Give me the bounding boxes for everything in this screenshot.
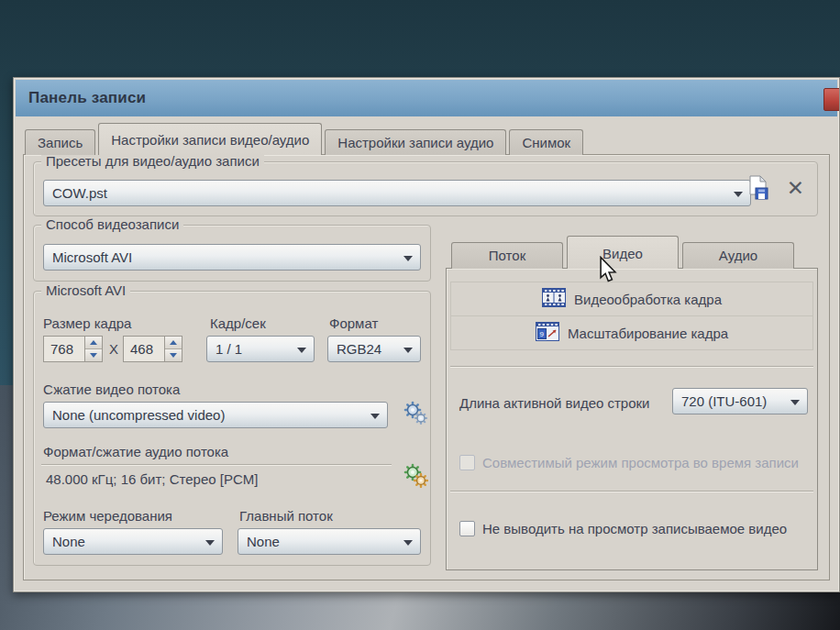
gears-icon[interactable] [403,400,428,429]
right-tab-strip: Поток Видео Аудио [451,234,798,269]
no-preview-checkbox-row: Не выводить на просмотр записываемое вид… [459,521,808,536]
film-scale-icon: 9 [536,322,559,344]
tab-page-content: Пресеты для видео/аудио записи COW.pst ✕… [23,154,830,580]
frame-processing-button-label: Видеообработка кадра [574,292,722,307]
main-stream-label: Главный поток [239,508,333,524]
video-method-group-label: Способ видеозаписи [41,216,183,232]
tab-video-audio-settings[interactable]: Настройки записи видео/аудио [98,123,322,155]
frame-width-field[interactable]: 768 [43,336,85,362]
video-method-group: Способ видеозаписи Microsoft AVI [33,225,431,282]
main-stream-combobox-value: None [247,534,280,549]
spin-down-icon[interactable] [85,349,102,361]
frame-size-label: Размер кадра [43,315,131,331]
frame-height-spin-buttons[interactable] [165,336,182,362]
video-compression-combobox-value: None (uncompressed video) [52,407,225,423]
main-stream-combobox[interactable]: None [238,528,421,555]
tab-audio-settings[interactable]: Настройки записи аудио [325,129,506,155]
frame-scaling-button[interactable]: 9 Масштабирование кадра [450,315,813,350]
presets-group: Пресеты для видео/аудио записи COW.pst ✕ [33,161,818,216]
compatible-preview-checkbox-row: Совместимый режим просмотра во время зап… [459,455,808,470]
line-length-combobox[interactable]: 720 (ITU-601) [672,388,808,414]
frame-processing-button[interactable]: Видеообработка кадра [450,282,813,316]
close-icon[interactable] [823,88,840,111]
interleave-combobox[interactable]: None [43,528,223,555]
frame-scaling-button-label: Масштабирование кадра [568,326,728,341]
frame-width-spin-buttons[interactable] [85,336,103,362]
no-preview-checkbox-label: Не выводить на просмотр записываемое вид… [482,521,787,536]
checkbox-divider [450,491,813,492]
fps-label: Кадр/сек [210,315,266,331]
delete-x-icon[interactable]: ✕ [787,178,804,199]
panel-divider [450,366,813,368]
presets-group-label: Пресеты для видео/аудио записи [41,153,264,169]
video-tab-page: Видеообработка кадра 9 [446,268,818,570]
tab-snapshot[interactable]: Снимок [509,129,583,155]
titlebar[interactable]: Панель записи [16,80,837,116]
svg-text:9: 9 [539,330,544,338]
frame-height-stepper[interactable]: 468 [123,336,182,362]
interleave-label: Режим чередования [43,508,172,524]
preset-combobox[interactable]: COW.pst [43,180,751,206]
frame-size-separator: X [109,341,118,357]
format-combobox[interactable]: RGB24 [327,336,421,362]
preset-combobox-value: COW.pst [52,185,107,201]
interleave-combobox-value: None [52,534,85,549]
compatible-preview-checkbox-label: Совместимый режим просмотра во время зап… [482,455,799,470]
spin-up-icon[interactable] [165,337,182,349]
format-combobox-value: RGB24 [337,341,381,357]
tab-stream[interactable]: Поток [451,242,563,269]
tab-record[interactable]: Запись [25,129,95,155]
window-title: Панель записи [28,89,146,107]
main-tab-strip: Запись Настройки записи видео/аудио Наст… [25,122,586,155]
tab-audio[interactable]: Аудио [682,242,794,269]
recording-panel-window: Панель записи Запись Настройки записи ви… [13,77,840,592]
tab-video[interactable]: Видео [567,236,679,269]
save-preset-icon[interactable] [747,174,769,205]
video-method-combobox[interactable]: Microsoft AVI [43,244,421,271]
video-compression-label: Сжатие видео потока [43,381,180,397]
video-method-combobox-value: Microsoft AVI [52,249,132,265]
video-compression-combobox[interactable]: None (uncompressed video) [43,402,388,428]
audio-format-value: 48.000 кГц; 16 бит; Стерео [PCM] [46,471,258,487]
avi-settings-group: Microsoft AVI Размер кадра Кадр/сек Форм… [33,291,431,566]
gears-icon[interactable] [403,462,428,492]
spin-up-icon[interactable] [85,337,102,349]
line-length-label: Длина активной видео строки [459,395,650,411]
format-label: Формат [329,315,378,331]
audio-format-divider [41,464,392,466]
film-strip-icon [542,288,566,310]
avi-settings-group-label: Microsoft AVI [41,282,130,298]
spin-down-icon[interactable] [165,349,182,361]
compatible-preview-checkbox[interactable] [459,455,475,470]
audio-format-label: Формат/сжатие аудио потока [43,444,228,459]
fps-combobox[interactable]: 1 / 1 [206,336,315,362]
frame-height-field[interactable]: 468 [123,336,165,362]
fps-combobox-value: 1 / 1 [216,341,242,357]
frame-width-stepper[interactable]: 768 [43,336,103,362]
no-preview-checkbox[interactable] [459,521,475,536]
line-length-combobox-value: 720 (ITU-601) [681,393,767,409]
